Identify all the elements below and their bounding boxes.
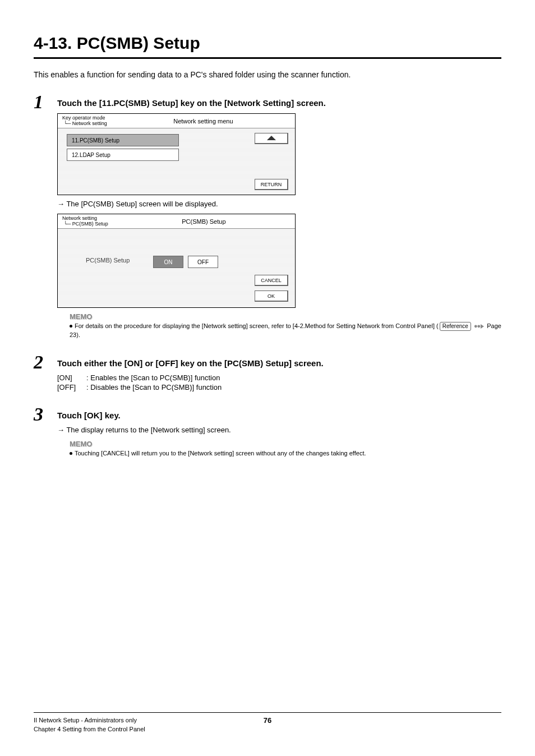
step-2: 2 Touch either the [ON] or [OFF] key on …: [34, 353, 501, 399]
memo-text: Touching [CANCEL] will return you to the…: [75, 450, 366, 457]
home-icon: [267, 136, 276, 140]
ok-button[interactable]: OK: [255, 291, 288, 302]
page-footer: II Network Setup - Administrators only C…: [34, 712, 501, 734]
off-value: : Disables the [Scan to PC(SMB)] functio…: [86, 383, 222, 391]
on-button[interactable]: ON: [153, 256, 183, 268]
bullet-icon: [70, 452, 72, 455]
step-3: 3 Touch [OK] key. → The display returns …: [34, 405, 501, 460]
step-2-content: Touch either the [ON] or [OFF] key on th…: [57, 353, 501, 399]
screenshot-b-header: Network setting └─ PC(SMB) Setup PC(SMB)…: [58, 214, 295, 229]
menu-item-ldap-setup[interactable]: 12.LDAP Setup: [67, 149, 179, 161]
footer-line1: II Network Setup - Administrators only: [34, 716, 145, 725]
on-key: [ON]: [57, 374, 86, 382]
off-button[interactable]: OFF: [188, 256, 218, 268]
on-value: : Enables the [Scan to PC(SMB)] function: [86, 374, 220, 382]
step-2-title: Touch either the [ON] or [OFF] key on th…: [57, 358, 501, 368]
screenshot-pcsmb-setup: Network setting └─ PC(SMB) Setup PC(SMB)…: [57, 214, 296, 308]
screenshot-network-setting-menu: Key operator mode └─ Network setting Net…: [57, 113, 296, 195]
footer-line2: Chapter 4 Setting from the Control Panel: [34, 725, 145, 734]
on-definition: [ON] : Enables the [Scan to PC(SMB)] fun…: [57, 374, 501, 382]
page-title: 4-13. PC(SMB) Setup: [34, 34, 501, 59]
screenshot-a-body: 11.PC(SMB) Setup 12.LDAP Setup RETURN: [58, 128, 295, 195]
memo-label: MEMO: [70, 440, 501, 448]
menu-item-pcsmb-setup[interactable]: 11.PC(SMB) Setup: [67, 134, 179, 146]
dots-icon: ●●: [474, 322, 480, 329]
screenshot-a-title: Network setting menu: [112, 118, 295, 125]
step-3-content: Touch [OK] key. → The display returns to…: [57, 405, 501, 460]
step-1-number: 1: [34, 93, 57, 112]
pcsmb-setup-label: PC(SMB) Setup: [86, 257, 130, 264]
return-button[interactable]: RETURN: [255, 179, 288, 190]
memo-label: MEMO: [70, 312, 501, 321]
footer-left: II Network Setup - Administrators only C…: [34, 716, 145, 734]
step-1-content: Touch the [11.PC(SMB) Setup] key on the …: [57, 93, 501, 342]
screenshot-a-header: Key operator mode └─ Network setting Net…: [58, 114, 295, 128]
reference-link[interactable]: Reference: [440, 322, 471, 331]
intro-text: This enables a function for sending data…: [34, 70, 501, 79]
off-key: [OFF]: [57, 383, 86, 391]
step-1-title: Touch the [11.PC(SMB) Setup] key on the …: [57, 98, 501, 108]
off-definition: [OFF] : Disables the [Scan to PC(SMB)] f…: [57, 383, 501, 391]
screenshot-b-title: PC(SMB) Setup: [113, 218, 295, 225]
definition-list: [ON] : Enables the [Scan to PC(SMB)] fun…: [57, 374, 501, 391]
step-2-number: 2: [34, 353, 57, 372]
step-3-memo-text: Touching [CANCEL] will return you to the…: [70, 449, 501, 458]
step-3-title: Touch [OK] key.: [57, 411, 501, 420]
page-number: 76: [264, 716, 271, 725]
bullet-icon: [70, 325, 72, 328]
step-1-memo-text: For details on the procedure for display…: [70, 322, 501, 339]
memo-text-part1: For details on the procedure for display…: [75, 322, 439, 329]
arrow-icon: [481, 324, 484, 329]
step-3-number: 3: [34, 405, 57, 424]
breadcrumb: Network setting └─ PC(SMB) Setup: [58, 214, 113, 229]
cancel-button[interactable]: CANCEL: [255, 275, 288, 286]
step-3-result: → The display returns to the [Network se…: [57, 426, 501, 434]
breadcrumb: Key operator mode └─ Network setting: [58, 114, 112, 128]
home-button[interactable]: [255, 133, 288, 144]
step-1-result: → The [PC(SMB) Setup] screen will be dis…: [57, 200, 501, 208]
screenshot-b-body: PC(SMB) Setup ON OFF CANCEL OK: [58, 229, 295, 307]
step-1: 1 Touch the [11.PC(SMB) Setup] key on th…: [34, 93, 501, 342]
